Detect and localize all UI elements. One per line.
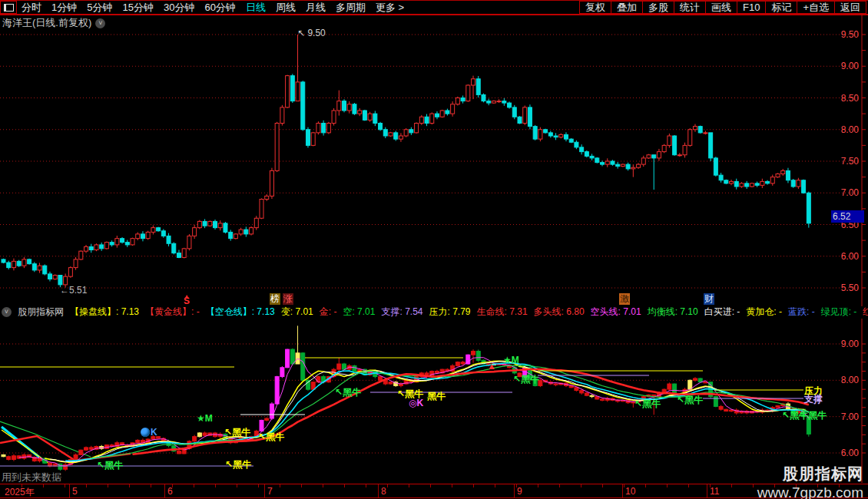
menu-item-多周期[interactable]: 多周期	[336, 1, 366, 15]
watermark-url: www.7gpzb.com	[757, 484, 863, 499]
menu-item-周线[interactable]: 周线	[276, 1, 296, 15]
black-bull-label: ↖黑牛	[335, 386, 361, 399]
main-axis-label: 7.50	[831, 156, 859, 167]
menu-item-30分钟[interactable]: 30分钟	[164, 1, 194, 15]
indicator-value: 压力: 7.79	[429, 306, 471, 319]
black-bull-label: ↖黑牛	[677, 394, 703, 407]
date-label-10: 10	[625, 486, 635, 497]
menu-item-更多 >[interactable]: 更多 >	[376, 1, 404, 15]
axis-tick	[43, 484, 44, 487]
indicator-value: 多头线: 6.80	[534, 306, 585, 319]
axis-tick	[495, 484, 495, 487]
axis-tick	[559, 484, 560, 487]
date-label-6: 6	[167, 486, 173, 497]
axis-tick	[409, 484, 409, 487]
menu-item-5分钟[interactable]: 5分钟	[87, 1, 112, 15]
axis-tick	[667, 484, 668, 487]
indicator-value: 绿见顶: -	[821, 306, 857, 319]
tool-button-F10[interactable]: F10	[737, 1, 766, 14]
indicator-header: ˅ 股朋指标网 【操盘线】: 7.13【黄金线】: -【空仓线】: 7.13变:…	[2, 306, 868, 318]
axis-tick	[258, 484, 259, 487]
indicator-value: 空头线: 7.01	[591, 306, 641, 319]
level-label: 支撑	[804, 393, 823, 406]
main-axis-label: 7.00	[831, 187, 859, 198]
axis-tick	[731, 484, 732, 487]
low-price-annotation: ←5.51	[60, 285, 87, 296]
axis-tick	[108, 484, 108, 487]
indicator-value: 金: -	[320, 306, 337, 319]
signal-marker: ◎K	[409, 398, 423, 408]
k-marker: K	[151, 427, 157, 438]
black-bull-label: ↖黑牛	[224, 426, 250, 439]
high-price-annotation: ↖ 9.50	[297, 28, 326, 38]
month-separator	[264, 484, 265, 497]
black-bull-label: 黑牛	[427, 390, 446, 403]
indicator-value: 红	[863, 306, 868, 319]
axis-tick	[151, 484, 151, 487]
ticker-badge-涨[interactable]: 涨	[283, 293, 293, 305]
tool-button-统计[interactable]: 统计	[674, 1, 706, 14]
date-label-2025年: 2025年	[5, 486, 35, 499]
menu-item-15分钟[interactable]: 15分钟	[122, 1, 153, 15]
black-bull-label: ↖黑牛	[258, 431, 284, 444]
axis-tick	[237, 484, 237, 487]
date-label-11: 11	[710, 486, 719, 497]
signal-marker: ▲	[487, 361, 496, 372]
tool-button-画线[interactable]: 画线	[706, 1, 737, 14]
menu-item-1分钟[interactable]: 1分钟	[51, 1, 77, 15]
tool-button-标记[interactable]: 标记	[766, 1, 797, 14]
black-bull-label: ↖黑牛	[97, 459, 123, 472]
indicator-value: 【黄金线】: -	[145, 306, 200, 319]
top-menubar: 分时1分钟5分钟15分钟30分钟60分钟日线周线月线多周期更多 > 复权叠加多股…	[0, 0, 868, 15]
indicator-value: 【操盘线】: 7.13	[70, 306, 139, 319]
ticker-signal-icon[interactable]: ▴S	[182, 294, 191, 303]
axis-tick	[602, 484, 603, 487]
ticker-badge-财[interactable]: 财	[704, 293, 714, 305]
ticker-badge-激[interactable]: 激	[619, 293, 630, 305]
sub-axis-label: 9.00	[831, 339, 859, 349]
tool-button-叠加[interactable]: 叠加	[611, 1, 643, 14]
axis-tick	[86, 484, 87, 487]
k-ball-icon	[141, 428, 150, 437]
date-axis[interactable]: 2025年567891011	[0, 484, 868, 498]
indicator-value: 黄加仓: -	[746, 306, 782, 319]
axis-tick	[301, 484, 302, 487]
month-separator	[622, 484, 623, 497]
axis-tick	[387, 484, 388, 487]
menu-item-月线[interactable]: 月线	[306, 1, 326, 15]
indicator-value: 均衡线: 7.10	[648, 306, 698, 319]
ticker-badge-榜[interactable]: 榜	[270, 293, 280, 305]
axis-tick	[473, 484, 474, 487]
axis-tick	[581, 484, 581, 487]
tool-button-复权[interactable]: 复权	[579, 1, 611, 14]
menu-item-60分钟[interactable]: 60分钟	[204, 1, 235, 15]
last-price-badge: 6.52	[831, 210, 864, 223]
menu-item-日线[interactable]: 日线	[246, 1, 266, 15]
main-axis-label: 5.50	[831, 283, 859, 293]
sub-axis-label: 6.00	[831, 448, 859, 458]
axis-tick	[538, 484, 538, 487]
signal-marker: ★M	[197, 413, 213, 424]
tool-button-返回[interactable]: 返回	[835, 1, 866, 14]
chevron-down-icon[interactable]: ˅	[2, 307, 12, 317]
tool-button-+自选[interactable]: +自选	[797, 1, 835, 14]
axis-tick	[215, 484, 216, 487]
indicator-value: 变: 7.01	[281, 306, 313, 319]
axis-tick	[344, 484, 345, 487]
period-menu: 分时1分钟5分钟15分钟30分钟60分钟日线周线月线多周期更多 >	[22, 1, 404, 15]
window-icon[interactable]	[0, 1, 17, 14]
axis-tick	[65, 484, 65, 487]
indicator-value: 支撑: 7.54	[381, 306, 422, 319]
month-separator	[514, 484, 515, 497]
black-bull-label: ↖黑牛	[225, 458, 251, 471]
window-icon-glyph	[4, 4, 14, 12]
main-axis-label: 8.00	[831, 124, 859, 135]
black-bull-label: ↖黑牛黑牛	[782, 409, 827, 422]
main-candlestick-chart[interactable]	[0, 15, 868, 307]
tool-button-多股[interactable]: 多股	[643, 1, 674, 14]
future-data-note: 用到未来数据	[2, 471, 61, 484]
axis-tick	[624, 484, 624, 487]
menu-item-分时[interactable]: 分时	[22, 1, 41, 15]
black-bull-label: ↖黑牛	[513, 373, 539, 386]
month-separator	[378, 484, 379, 497]
